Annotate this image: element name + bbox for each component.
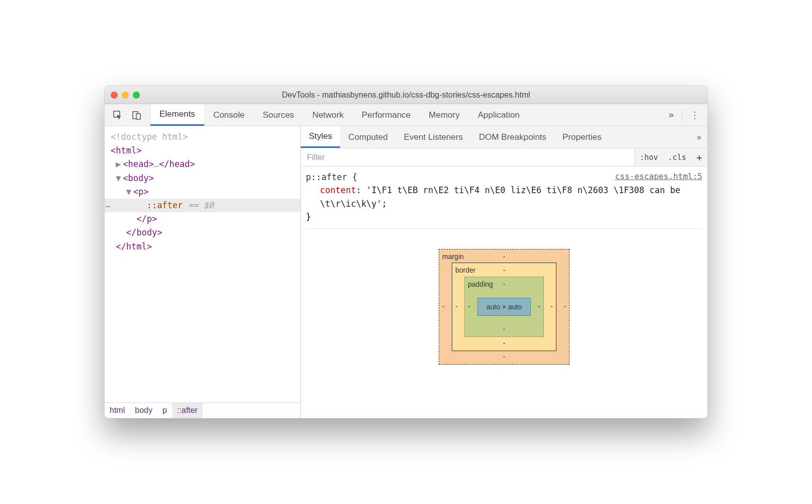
dom-tree[interactable]: <!doctype html> <html> ▶<head>…</head> ▼… [105, 126, 300, 402]
dom-pseudo-after[interactable]: ::after == $0 [105, 199, 300, 212]
devtools-window: DevTools - mathiasbynens.github.io/css-d… [104, 86, 708, 418]
tab-performance[interactable]: Performance [353, 104, 420, 126]
dom-body-close[interactable]: </body> [105, 226, 300, 239]
close-icon[interactable] [111, 92, 118, 99]
subtab-properties[interactable]: Properties [554, 126, 609, 148]
box-content[interactable]: auto × auto [477, 298, 531, 316]
subtab-dom-breakpoints[interactable]: DOM Breakpoints [471, 126, 554, 148]
crumb-after[interactable]: ::after [172, 403, 203, 418]
sub-tabs: Styles Computed Event Listeners DOM Brea… [301, 126, 707, 148]
padding-label: padding [468, 279, 493, 290]
svg-rect-2 [136, 114, 140, 119]
dom-p-close[interactable]: </p> [105, 212, 300, 226]
main-tabs: Elements Console Sources Network Perform… [150, 104, 661, 126]
border-right[interactable]: - [550, 302, 553, 313]
content-size: auto × auto [486, 302, 522, 313]
dom-doctype[interactable]: <!doctype html> [105, 130, 300, 144]
crumb-body[interactable]: body [130, 403, 157, 418]
margin-bottom[interactable]: - [503, 352, 506, 363]
tab-elements[interactable]: Elements [150, 104, 204, 126]
margin-top[interactable]: - [503, 251, 506, 263]
dom-p-open[interactable]: ▼<p> [105, 185, 300, 199]
subtab-more[interactable]: » [697, 133, 707, 142]
box-border[interactable]: border - - - - padding - - - [452, 263, 556, 351]
border-label: border [455, 265, 475, 276]
dom-html-open[interactable]: <html> [105, 144, 300, 157]
crumb-html[interactable]: html [105, 403, 130, 418]
padding-bottom[interactable]: - [503, 324, 506, 335]
filter-tools: :hov .cls + [634, 148, 707, 166]
rule-header: p::after { css-escapes.html:5 [306, 171, 702, 184]
margin-left[interactable]: - [442, 302, 445, 313]
elements-pane: <!doctype html> <html> ▶<head>…</head> ▼… [105, 126, 301, 418]
rule-source-link[interactable]: css-escapes.html:5 [615, 171, 702, 184]
filter-row: :hov .cls + [301, 148, 707, 166]
styles-pane: Styles Computed Event Listeners DOM Brea… [301, 126, 707, 418]
padding-top[interactable]: - [503, 279, 506, 290]
content: <!doctype html> <html> ▶<head>…</head> ▼… [105, 126, 707, 418]
subtab-styles[interactable]: Styles [301, 126, 340, 148]
breadcrumb: html body p ::after [105, 402, 300, 418]
crumb-p[interactable]: p [157, 403, 172, 418]
zoom-icon[interactable] [133, 92, 140, 99]
dom-head[interactable]: ▶<head>…</head> [105, 157, 300, 171]
menu-icon[interactable]: ⋮ [682, 110, 699, 121]
border-top[interactable]: - [503, 265, 506, 276]
border-bottom[interactable]: - [503, 338, 506, 349]
tab-memory[interactable]: Memory [420, 104, 468, 126]
tab-console[interactable]: Console [204, 104, 254, 126]
main-toolbar: Elements Console Sources Network Perform… [105, 104, 707, 126]
subtab-event-listeners[interactable]: Event Listeners [396, 126, 471, 148]
subtab-computed[interactable]: Computed [340, 126, 395, 148]
dom-html-close[interactable]: </html> [105, 240, 300, 254]
padding-right[interactable]: - [538, 302, 540, 313]
rule-property[interactable]: content: 'I\F1 t\EB rn\E2 ti\F4 n\E0 liz… [306, 184, 702, 210]
minimize-icon[interactable] [122, 92, 129, 99]
dom-body-open[interactable]: ▼<body> [105, 172, 300, 185]
toolbar-right: » ⋮ [661, 110, 707, 121]
padding-left[interactable]: - [468, 302, 470, 313]
window-title: DevTools - mathiasbynens.github.io/css-d… [105, 91, 707, 100]
hov-toggle[interactable]: :hov [635, 148, 663, 166]
rule-selector[interactable]: p::after { [306, 171, 357, 184]
border-left[interactable]: - [455, 302, 458, 313]
toolbar-left [105, 104, 150, 126]
inspect-icon[interactable] [113, 110, 123, 120]
margin-label: margin [442, 251, 464, 263]
box-padding[interactable]: padding - - - - auto × auto [464, 277, 544, 337]
more-tabs-icon[interactable]: » [669, 110, 674, 120]
new-rule-button[interactable]: + [691, 148, 707, 166]
tab-application[interactable]: Application [469, 104, 529, 126]
filter-input[interactable] [301, 148, 634, 166]
margin-right[interactable]: - [563, 302, 566, 313]
cls-toggle[interactable]: .cls [663, 148, 691, 166]
traffic-lights [111, 92, 140, 99]
box-model: margin - - - - border - - - - [306, 228, 702, 395]
styles-body[interactable]: p::after { css-escapes.html:5 content: '… [301, 166, 707, 418]
tab-network[interactable]: Network [303, 104, 353, 126]
rule-close: } [306, 210, 702, 223]
titlebar: DevTools - mathiasbynens.github.io/css-d… [105, 86, 707, 104]
tab-sources[interactable]: Sources [254, 104, 303, 126]
box-margin[interactable]: margin - - - - border - - - - [439, 249, 570, 365]
device-icon[interactable] [132, 110, 142, 120]
